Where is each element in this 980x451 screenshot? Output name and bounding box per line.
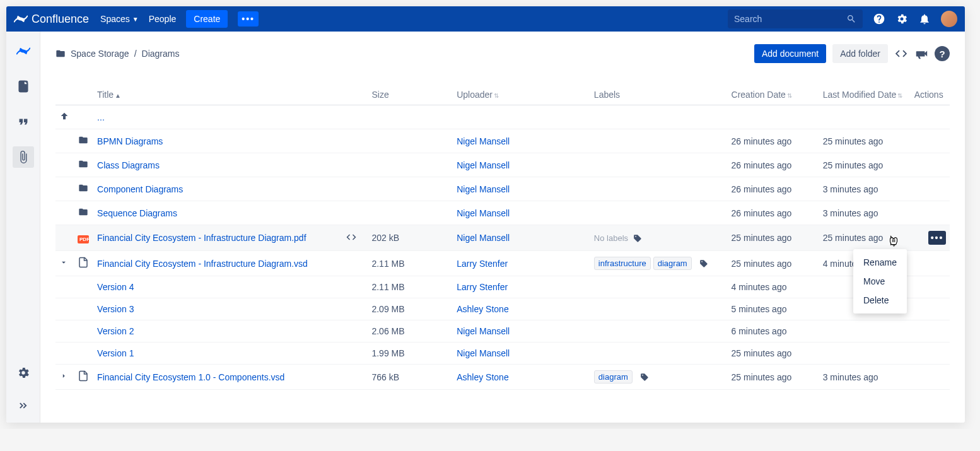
row-uploader[interactable]: Ashley Stone [457, 304, 509, 314]
menu-move[interactable]: Move [853, 272, 907, 291]
breadcrumb-sep: / [134, 49, 137, 59]
row-title[interactable]: Sequence Diagrams [97, 208, 177, 218]
rail-pages-icon[interactable] [13, 76, 34, 97]
row-creation-date: 4 minutes ago [728, 276, 819, 298]
row-modified-date: 25 minutes ago [819, 129, 911, 153]
label-chip[interactable]: diagram [594, 370, 633, 384]
row-size [368, 153, 453, 177]
rail-space-icon[interactable] [13, 40, 34, 62]
sort-asc-icon: ▲ [115, 92, 121, 99]
row-modified-date: 25 minutes ago [819, 225, 911, 251]
rail-settings-icon[interactable] [13, 362, 34, 384]
nav-spaces[interactable]: Spaces ▼ [100, 14, 139, 24]
megaphone-icon[interactable] [914, 47, 928, 61]
row-creation-date: 26 minutes ago [728, 177, 819, 201]
product-name: Confluence [32, 13, 89, 26]
row-creation-date: 6 minutes ago [728, 320, 819, 343]
row-creation-date: 26 minutes ago [728, 201, 819, 225]
nav-spaces-label: Spaces [100, 14, 130, 24]
notifications-icon[interactable] [918, 13, 931, 25]
row-modified-date: 3 minutes ago [819, 201, 911, 225]
row-modified-date: 25 minutes ago [819, 153, 911, 177]
row-modified-date [819, 320, 911, 343]
create-button[interactable]: Create [186, 10, 228, 28]
row-title[interactable]: Financial City Ecosystem - Infrastructur… [97, 233, 306, 243]
add-document-button[interactable]: Add document [754, 44, 826, 63]
menu-rename[interactable]: Rename [853, 253, 907, 272]
settings-icon[interactable] [895, 13, 908, 25]
user-avatar[interactable] [941, 11, 957, 27]
col-title[interactable]: Title▲ [93, 85, 342, 105]
add-folder-button[interactable]: Add folder [832, 44, 888, 63]
label-chip[interactable]: infrastructure [594, 257, 651, 270]
row-title[interactable]: BPMN Diagrams [97, 136, 163, 146]
help-button[interactable]: ? [935, 46, 950, 61]
row-uploader[interactable]: Nigel Mansell [457, 233, 510, 243]
table-row: BPMN DiagramsNigel Mansell26 minutes ago… [55, 129, 950, 153]
col-uploader[interactable]: Uploader⇅ [453, 85, 590, 105]
embed-code-icon[interactable] [894, 47, 908, 61]
row-size [368, 201, 453, 225]
col-creation-date[interactable]: Creation Date⇅ [728, 85, 819, 105]
breadcrumb-root[interactable]: Space Storage [71, 49, 129, 59]
table-row: PDFFinancial City Ecosystem - Infrastruc… [55, 225, 950, 251]
row-creation-date: 25 minutes ago [728, 251, 819, 276]
row-uploader[interactable]: Larry Stenfer [457, 259, 508, 269]
search-box[interactable] [728, 9, 863, 28]
row-title[interactable]: Version 4 [97, 282, 134, 292]
row-size: 2.09 MB [368, 298, 453, 320]
breadcrumb-current: Diagrams [142, 49, 180, 59]
parent-link[interactable]: ... [97, 112, 105, 122]
rail-collapse-icon[interactable] [13, 395, 34, 416]
row-title[interactable]: Financial City Ecosystem - Infrastructur… [97, 259, 308, 269]
file-icon [78, 373, 89, 384]
help-icon[interactable] [873, 13, 885, 25]
table-row: Financial City Ecosystem 1.0 - Component… [55, 365, 950, 390]
nav-people[interactable]: People [149, 14, 177, 24]
row-uploader[interactable]: Nigel Mansell [457, 348, 510, 358]
file-icon [78, 260, 89, 270]
parent-row[interactable]: ... [55, 105, 950, 129]
breadcrumb: Space Storage / Diagrams [55, 49, 179, 59]
col-modified-date[interactable]: Last Modified Date⇅ [819, 85, 911, 105]
more-button[interactable]: ••• [238, 11, 259, 26]
row-uploader[interactable]: Ashley Stone [457, 372, 509, 382]
row-title[interactable]: Version 1 [97, 348, 134, 358]
row-uploader[interactable]: Nigel Mansell [457, 136, 510, 146]
row-uploader[interactable]: Nigel Mansell [457, 184, 510, 194]
row-actions-button[interactable]: ••• [928, 231, 946, 245]
row-title[interactable]: Financial City Ecosystem 1.0 - Component… [97, 372, 284, 382]
tag-icon[interactable] [697, 258, 708, 268]
table-row: Version 42.11 MBLarry Stenfer4 minutes a… [55, 276, 950, 298]
menu-delete[interactable]: Delete [853, 291, 907, 310]
chevron-right-icon[interactable] [59, 372, 68, 380]
row-title[interactable]: Version 3 [97, 304, 134, 314]
tag-icon[interactable] [638, 372, 649, 382]
chevron-down-icon[interactable] [59, 258, 68, 267]
more-icon: ••• [242, 14, 255, 24]
row-title[interactable]: Component Diagrams [97, 184, 183, 194]
col-size[interactable]: Size [368, 85, 453, 105]
row-modified-date [819, 343, 911, 365]
table-row: Financial City Ecosystem - Infrastructur… [55, 251, 950, 276]
row-uploader[interactable]: Nigel Mansell [457, 208, 510, 218]
no-labels: No labels [594, 233, 628, 243]
row-title[interactable]: Class Diagrams [97, 160, 160, 170]
label-chip[interactable]: diagram [653, 257, 692, 270]
row-uploader[interactable]: Nigel Mansell [457, 160, 510, 170]
rail-quote-icon[interactable] [13, 111, 34, 132]
table-row: Component DiagramsNigel Mansell26 minute… [55, 177, 950, 201]
rail-attachments-icon[interactable] [13, 146, 34, 168]
embed-icon[interactable] [346, 235, 357, 245]
row-uploader[interactable]: Larry Stenfer [457, 282, 508, 292]
row-actions-menu: Rename Move Delete [853, 249, 907, 313]
header-actions: Add document Add folder ? [754, 44, 950, 63]
product-logo[interactable]: Confluence [14, 12, 89, 26]
col-labels[interactable]: Labels [590, 85, 728, 105]
search-input[interactable] [734, 14, 846, 24]
confluence-icon [14, 12, 28, 26]
folder-icon [78, 185, 89, 195]
row-title[interactable]: Version 2 [97, 326, 134, 336]
tag-icon[interactable] [631, 233, 642, 243]
row-uploader[interactable]: Nigel Mansell [457, 326, 510, 336]
